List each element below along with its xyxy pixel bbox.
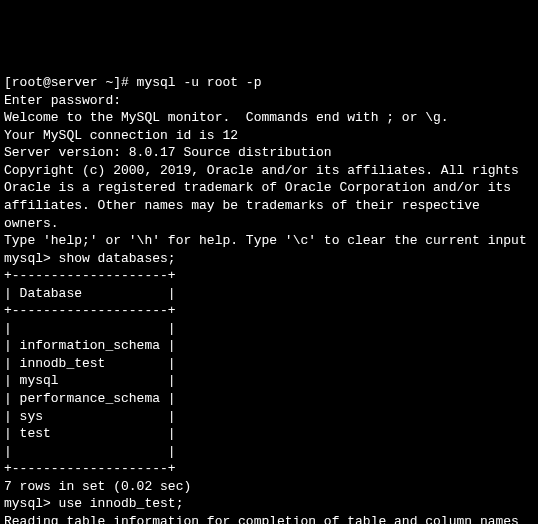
table-header: | Database | [4,285,534,303]
reading-table-info: Reading table information for completion… [4,513,534,524]
mysql-prompt-show-databases: mysql> show databases; [4,250,534,268]
table-border-mid: +--------------------+ [4,302,534,320]
table-row: | sys | [4,408,534,426]
trademark-line-2: affiliates. Other names may be trademark… [4,197,534,215]
trademark-line-1: Oracle is a registered trademark of Orac… [4,179,534,197]
rows-summary: 7 rows in set (0.02 sec) [4,478,534,496]
table-row-blank: | | [4,320,534,338]
server-version-line: Server version: 8.0.17 Source distributi… [4,144,534,162]
table-row-blank: | | [4,443,534,461]
mysql-prompt-use-db: mysql> use innodb_test; [4,495,534,513]
table-row: | information_schema | [4,337,534,355]
help-line: Type 'help;' or '\h' for help. Type '\c'… [4,232,534,250]
table-row: | innodb_test | [4,355,534,373]
table-row: | mysql | [4,372,534,390]
shell-prompt-line: [root@server ~]# mysql -u root -p [4,74,534,92]
table-border-bottom: +--------------------+ [4,460,534,478]
table-row: | test | [4,425,534,443]
welcome-line: Welcome to the MySQL monitor. Commands e… [4,109,534,127]
trademark-line-3: owners. [4,215,534,233]
copyright-line: Copyright (c) 2000, 2019, Oracle and/or … [4,162,534,180]
connection-id-line: Your MySQL connection id is 12 [4,127,534,145]
table-border-top: +--------------------+ [4,267,534,285]
table-row: | performance_schema | [4,390,534,408]
password-prompt: Enter password: [4,92,534,110]
terminal-output[interactable]: [root@server ~]# mysql -u root -pEnter p… [4,74,534,524]
